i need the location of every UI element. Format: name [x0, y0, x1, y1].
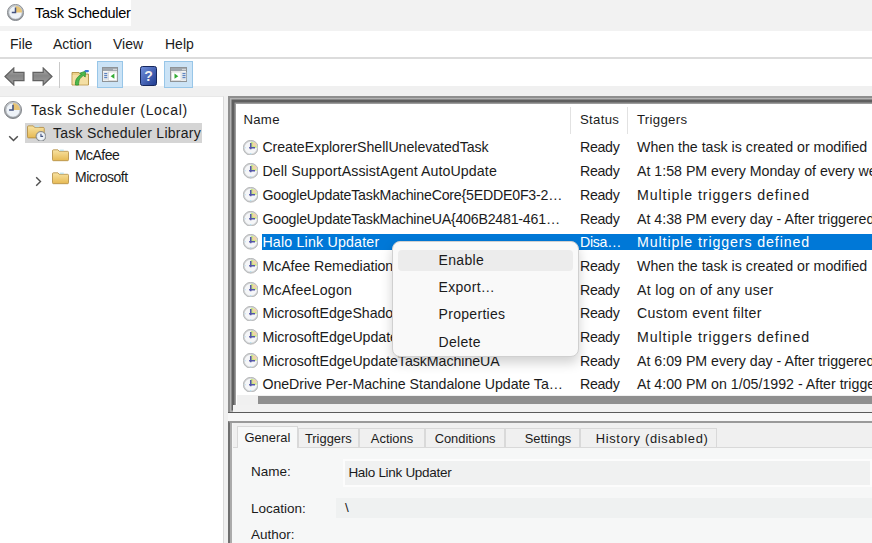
svg-text:?: ?	[144, 68, 153, 84]
